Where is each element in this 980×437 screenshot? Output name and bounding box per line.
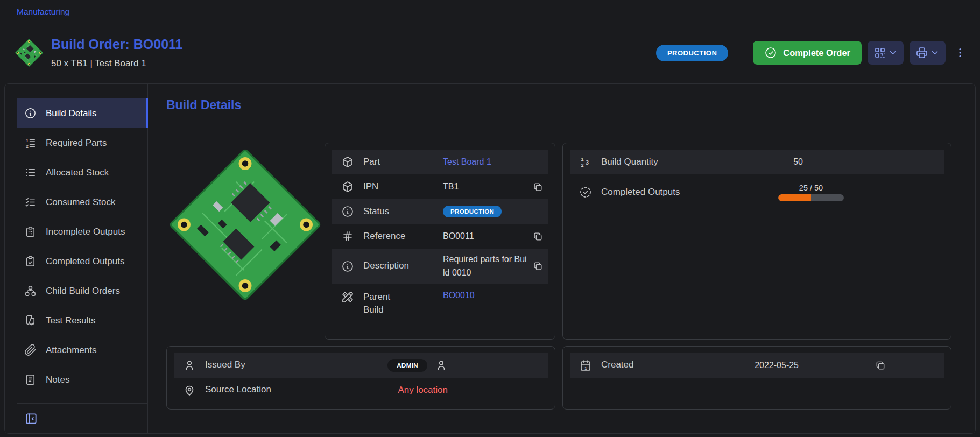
part-link[interactable]: Test Board 1	[443, 157, 527, 167]
more-actions-button[interactable]	[954, 45, 966, 61]
created-value: 2022-05-25	[686, 361, 863, 370]
sidebar-divider	[17, 403, 147, 404]
breadcrumb: Manufacturing	[0, 0, 980, 24]
complete-order-button[interactable]: Complete Order	[753, 41, 862, 65]
sitemap-icon	[24, 285, 37, 297]
copy-ipn-button[interactable]	[527, 182, 548, 192]
svg-text:1: 1	[26, 138, 29, 143]
build-quantity-value: 50	[686, 157, 863, 167]
status-badge: PRODUCTION	[443, 206, 502, 217]
chevron-down-icon	[930, 48, 940, 58]
numbers-123-icon: 123	[579, 156, 592, 168]
row-created: 1 Created 2022-05-25	[570, 353, 944, 378]
completed-progress-fill	[778, 194, 811, 201]
heading-divider	[166, 126, 951, 126]
sidebar-item-incomplete-outputs[interactable]: Incomplete Outputs	[17, 217, 147, 246]
hash-icon	[341, 230, 354, 243]
row-completed-outputs: Completed Outputs 25 / 50	[570, 174, 944, 210]
detail-row-parent-build: Parent Build BO0010	[332, 284, 548, 333]
sidebar-item-test-results[interactable]: Test Results	[17, 306, 147, 335]
tools-icon	[341, 291, 354, 304]
sidebar-item-notes[interactable]: Notes	[17, 365, 147, 394]
svg-text:3: 3	[586, 159, 589, 166]
detail-row-part: Part Test Board 1	[332, 150, 548, 174]
map-pin-icon	[183, 384, 196, 397]
calendar-icon: 1	[579, 359, 592, 372]
list-icon	[24, 166, 37, 179]
info-circle-icon	[341, 260, 354, 273]
sidebar-item-required-parts[interactable]: 12 Required Parts	[17, 128, 147, 158]
copy-created-button[interactable]	[863, 360, 944, 371]
build-details-table: Part Test Board 1 IPN TB1 Status PRODUCT…	[325, 143, 555, 340]
qrcode-icon	[873, 46, 886, 59]
status-badge: PRODUCTION	[656, 45, 728, 61]
info-circle-icon	[341, 205, 354, 218]
issue-info-panel: Issued By ADMIN Source Location Any loca…	[166, 346, 555, 410]
clipboard-list-icon	[24, 225, 37, 238]
paperclip-icon	[24, 344, 37, 356]
svg-text:2: 2	[26, 144, 29, 149]
copy-icon	[533, 231, 543, 242]
circle-check-icon	[764, 46, 777, 59]
info-circle-icon	[24, 107, 37, 119]
print-actions-button[interactable]	[910, 41, 946, 65]
sidebar-item-child-build-orders[interactable]: Child Build Orders	[17, 276, 147, 306]
sidebar-item-consumed-stock[interactable]: Consumed Stock	[17, 187, 147, 217]
sidebar-item-build-details[interactable]: Build Details	[17, 98, 147, 128]
detail-row-ipn: IPN TB1	[332, 174, 548, 199]
detail-row-description: Description Required parts for Build 001…	[332, 249, 548, 284]
part-image	[166, 143, 323, 340]
page-title: Build Order: BO0011	[51, 37, 183, 52]
sidebar-collapse-button[interactable]	[24, 412, 38, 426]
sidebar-item-completed-outputs[interactable]: Completed Outputs	[17, 246, 147, 276]
parent-build-link[interactable]: BO0010	[443, 291, 527, 300]
copy-icon	[533, 182, 543, 192]
issued-by-badge: ADMIN	[387, 359, 427, 372]
main-panel: Build Details Part Test Board 1	[148, 84, 975, 433]
box-icon	[341, 156, 354, 168]
chevron-down-icon	[888, 48, 898, 58]
user-icon	[183, 359, 196, 372]
content-shell: Build Details 12 Required Parts Allocate…	[4, 83, 976, 434]
created-panel: 1 Created 2022-05-25	[562, 346, 951, 410]
copy-icon	[533, 261, 543, 271]
barcode-actions-button[interactable]	[868, 41, 904, 65]
file-check-icon	[24, 314, 37, 327]
part-thumbnail	[13, 37, 45, 68]
copy-reference-button[interactable]	[527, 231, 548, 242]
row-build-quantity: 123 Build Quantity 50	[570, 150, 944, 174]
dots-vertical-icon	[954, 47, 966, 59]
sidebar: Build Details 12 Required Parts Allocate…	[5, 84, 148, 433]
copy-description-button[interactable]	[527, 261, 548, 271]
list-numbers-icon: 12	[24, 137, 37, 149]
progress-label: 25 / 50	[778, 184, 844, 192]
list-check-icon	[24, 196, 37, 208]
copy-icon	[875, 360, 886, 371]
svg-text:2: 2	[581, 163, 584, 168]
row-source-location: Source Location Any location	[174, 378, 548, 403]
user-icon	[435, 359, 448, 372]
page-subtitle: 50 x TB1 | Test Board 1	[51, 58, 183, 69]
clipboard-check-icon	[24, 255, 37, 267]
sidebar-item-allocated-stock[interactable]: Allocated Stock	[17, 158, 147, 187]
svg-text:1: 1	[581, 157, 584, 162]
source-location-value: Any location	[290, 385, 467, 396]
box-icon	[341, 180, 354, 193]
notes-icon	[24, 373, 37, 386]
progress-bar	[778, 194, 844, 201]
sidebar-collapse-icon	[24, 412, 38, 426]
row-issued-by: Issued By ADMIN	[174, 353, 548, 378]
sidebar-item-attachments[interactable]: Attachments	[17, 335, 147, 365]
printer-icon	[915, 46, 928, 59]
page-header: Build Order: BO0011 50 x TB1 | Test Boar…	[0, 24, 980, 83]
panel-heading: Build Details	[166, 98, 951, 112]
detail-row-reference: Reference BO0011	[332, 224, 548, 249]
completed-progress: 25 / 50	[778, 184, 844, 201]
svg-text:1: 1	[584, 365, 587, 370]
breadcrumb-link-manufacturing[interactable]: Manufacturing	[17, 7, 69, 17]
build-quantity-panel: 123 Build Quantity 50 Completed Outputs …	[562, 143, 951, 340]
detail-row-status: Status PRODUCTION	[332, 199, 548, 224]
progress-check-icon	[579, 186, 592, 199]
